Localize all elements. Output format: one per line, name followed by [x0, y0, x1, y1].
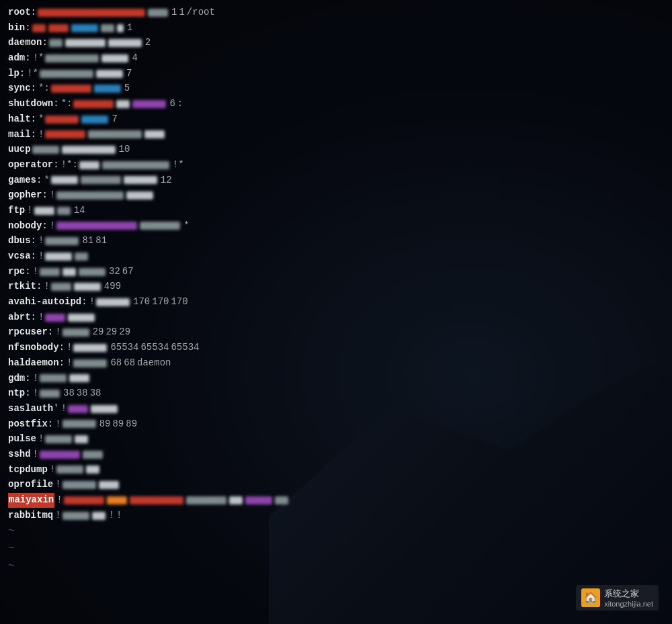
separator: :: [36, 173, 42, 188]
username: tcpdump: [8, 463, 48, 478]
field-text: 12: [161, 173, 172, 188]
username: halt: [8, 112, 31, 127]
field-text: 5: [124, 81, 130, 96]
field-text: 89: [126, 417, 137, 432]
terminal-line: shutdown:*:6:: [8, 97, 429, 112]
field-text: !: [38, 128, 44, 142]
field-text: 65534: [171, 341, 199, 355]
field-text: 29: [93, 325, 104, 340]
blur-block: [96, 298, 130, 306]
watermark: 🏠 系统之家 xitongzhijia.net: [576, 585, 659, 611]
field-text: !: [56, 493, 62, 508]
blur-block: [32, 146, 59, 154]
field-text: !: [33, 447, 38, 462]
blur-block: [148, 9, 168, 17]
terminal-line: root:11/root: [8, 5, 429, 20]
username: operator: [8, 158, 53, 173]
blur-block: [130, 496, 183, 504]
terminal-line: gdm:!: [8, 371, 429, 386]
separator: ': [53, 402, 58, 416]
blur-block: [81, 116, 108, 124]
separator: :: [53, 158, 58, 173]
separator: :: [25, 265, 30, 279]
field-text: 81: [95, 234, 107, 249]
field-text: !: [55, 325, 60, 340]
field-text: !: [55, 508, 60, 523]
separator: :: [19, 66, 25, 81]
blur-block: [79, 161, 99, 169]
field-text: !: [33, 371, 38, 386]
field-text: !: [50, 463, 55, 478]
field-text: !: [38, 432, 44, 447]
terminal-line: oprofile !: [8, 478, 429, 492]
username: postfix: [8, 417, 48, 432]
blur-block: [88, 130, 142, 138]
terminal-line: mail:!: [8, 128, 429, 142]
terminal-line: sshd !: [8, 447, 429, 462]
separator: :: [59, 341, 65, 355]
blur-block: [71, 24, 98, 32]
blur-block: [86, 465, 99, 474]
field-text: *: [44, 173, 49, 188]
field-text: daemon: [137, 356, 171, 371]
field-text: !: [33, 386, 38, 401]
field-text: 499: [104, 279, 121, 294]
separator: :: [25, 51, 30, 66]
blur-block: [38, 9, 145, 17]
separator: :: [81, 295, 87, 310]
blur-block: [68, 314, 95, 322]
field-text: 38: [77, 386, 88, 401]
field-text: 68: [110, 356, 122, 371]
username: sshd: [8, 447, 31, 462]
username: lp: [8, 66, 19, 81]
terminal-line: ftp !14: [8, 204, 429, 218]
separator: :: [36, 279, 42, 294]
blur-block: [45, 54, 99, 62]
separator: :: [31, 81, 36, 96]
separator: :: [31, 112, 36, 127]
username: adm: [8, 51, 25, 66]
separator: :: [31, 5, 36, 20]
terminal-line: postfix:!898989: [8, 417, 429, 432]
blur-block: [74, 283, 101, 291]
field-text: 38: [63, 386, 75, 401]
field-text: !: [27, 204, 32, 218]
watermark-url: xitongzhijia.net: [604, 600, 653, 608]
blur-block: [245, 496, 272, 504]
blur-block: [75, 253, 88, 261]
field-text: 170: [171, 295, 187, 310]
blur-block: [65, 39, 106, 47]
username: rtkit: [8, 279, 36, 294]
field-text: !: [50, 219, 55, 234]
field-text: /root: [187, 5, 215, 20]
username: bin: [8, 21, 25, 36]
field-text: 67: [122, 265, 134, 279]
blur-block: [62, 328, 89, 337]
terminal-line: maiyaxin !: [8, 493, 429, 508]
blur-block: [81, 176, 121, 184]
blur-block: [40, 374, 67, 382]
field-text: !: [109, 508, 114, 523]
field-text: *: [183, 219, 189, 234]
blur-block: [45, 116, 79, 124]
blur-block: [56, 222, 137, 230]
blur-block: [229, 496, 243, 504]
field-text: 29: [106, 325, 117, 340]
terminal-line: pulse !: [8, 432, 429, 447]
username: pulse: [8, 432, 36, 447]
username: nfsnobody: [8, 341, 59, 355]
field-text: !: [38, 310, 44, 325]
username: uucp: [8, 142, 31, 157]
separator: :: [31, 128, 36, 142]
field-text: 10: [119, 142, 130, 157]
separator: :: [42, 36, 47, 50]
separator: :: [42, 188, 47, 203]
field-text: !: [44, 279, 49, 294]
terminal-line: adm:!*4: [8, 51, 429, 66]
blur-block: [73, 100, 114, 108]
blur-block: [75, 435, 88, 443]
field-text: !: [61, 402, 67, 416]
blur-block: [83, 451, 103, 459]
blur-block: [62, 512, 89, 520]
blur-block: [117, 24, 124, 32]
